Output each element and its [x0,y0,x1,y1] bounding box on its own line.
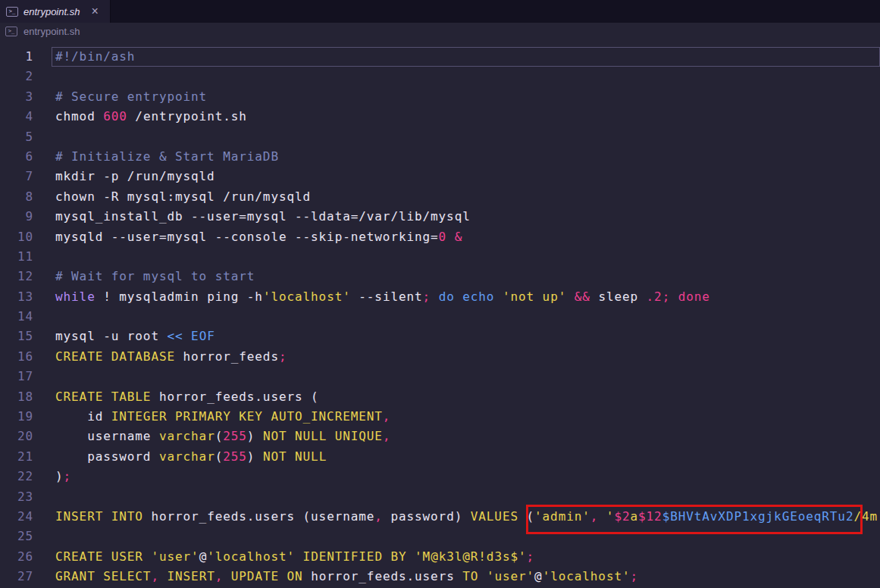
tab-entrypoint-sh[interactable]: >_ entrypoint.sh × [0,0,111,23]
code-line[interactable]: 4chmod 600 /entrypoint.sh [0,107,880,127]
line-number[interactable]: 18 [0,387,33,407]
code-line[interactable]: 18CREATE TABLE horror_feeds.users ( [0,387,880,407]
line-number[interactable]: 1 [0,47,33,67]
shell-file-icon: >_ [6,7,18,17]
code-line[interactable]: 24INSERT INTO horror_feeds.users (userna… [0,507,880,527]
code-text: GRANT SELECT, INSERT, UPDATE ON horror_f… [55,567,638,586]
code-line[interactable]: 13while ! mysqladmin ping -h'localhost' … [0,287,880,307]
code-line[interactable]: 2 [0,67,880,86]
code-line[interactable]: 22); [0,467,880,486]
code-text: mkdir -p /run/mysqld [55,167,215,186]
breadcrumb[interactable]: >_ entrypoint.sh [0,23,880,39]
code-line[interactable]: 21 password varchar(255) NOT NULL [0,447,880,467]
code-text: chown -R mysql:mysql /run/mysqld [55,187,311,207]
code-line[interactable]: 19 id INTEGER PRIMARY KEY AUTO_INCREMENT… [0,407,880,427]
code-text: INSERT INTO horror_feeds.users (username… [55,507,878,527]
line-number[interactable]: 3 [0,87,33,107]
code-line[interactable]: 12# Wait for mysql to start [0,267,880,286]
code-line[interactable]: 3# Secure entrypoint [0,87,880,107]
code-text: password varchar(255) NOT NULL [55,447,327,467]
line-number[interactable]: 25 [0,527,33,546]
code-line[interactable]: 10mysqld --user=mysql --console --skip-n… [0,227,880,247]
code-text: while ! mysqladmin ping -h'localhost' --… [55,287,710,307]
code-text: #!/bin/ash [55,47,135,67]
code-line[interactable]: 14 [0,307,880,327]
code-text: CREATE DATABASE horror_feeds; [55,347,287,367]
code-text: mysqld --user=mysql --console --skip-net… [55,227,462,247]
shell-file-icon: >_ [5,27,17,36]
line-number[interactable]: 17 [0,367,33,386]
line-number[interactable]: 8 [0,187,33,207]
code-line[interactable]: 11 [0,247,880,267]
line-number[interactable]: 27 [0,567,33,586]
tab-label: entrypoint.sh [23,6,80,17]
line-number[interactable]: 13 [0,287,33,307]
line-number[interactable]: 16 [0,347,33,367]
code-text: mysql_install_db --user=mysql --ldata=/v… [55,207,471,227]
tab-close-icon[interactable]: × [91,5,98,17]
code-line[interactable]: 8chown -R mysql:mysql /run/mysqld [0,187,880,207]
code-text: mysql -u root << EOF [55,327,215,346]
code-line[interactable]: 25 [0,527,880,546]
code-line[interactable]: 17 [0,367,880,386]
code-text: CREATE TABLE horror_feeds.users ( [55,387,319,407]
code-line[interactable]: 1#!/bin/ash [0,47,880,67]
code-line[interactable]: 27GRANT SELECT, INSERT, UPDATE ON horror… [0,567,880,586]
line-number[interactable]: 22 [0,467,33,486]
code-line[interactable]: 15mysql -u root << EOF [0,327,880,346]
code-line[interactable]: 20 username varchar(255) NOT NULL UNIQUE… [0,427,880,446]
code-line[interactable]: 23 [0,487,880,507]
line-number[interactable]: 10 [0,227,33,247]
code-text: id INTEGER PRIMARY KEY AUTO_INCREMENT, [55,407,390,427]
line-number[interactable]: 20 [0,427,33,446]
code-text: CREATE USER 'user'@'localhost' IDENTIFIE… [55,547,534,567]
code-line[interactable]: 5 [0,127,880,147]
breadcrumb-item-filename[interactable]: entrypoint.sh [23,26,80,37]
line-number[interactable]: 7 [0,167,33,186]
line-number[interactable]: 5 [0,127,33,147]
code-line[interactable]: 9mysql_install_db --user=mysql --ldata=/… [0,207,880,227]
line-number[interactable]: 23 [0,487,33,507]
line-number[interactable]: 11 [0,247,33,267]
line-number[interactable]: 21 [0,447,33,467]
code-text: # Secure entrypoint [55,87,207,107]
code-text: username varchar(255) NOT NULL UNIQUE, [55,427,390,446]
code-line[interactable]: 16CREATE DATABASE horror_feeds; [0,347,880,367]
code-line[interactable]: 7mkdir -p /run/mysqld [0,167,880,186]
line-number[interactable]: 24 [0,507,33,527]
line-number[interactable]: 14 [0,307,33,327]
code-line[interactable]: 6# Initialize & Start MariaDB [0,147,880,167]
line-number[interactable]: 6 [0,147,33,167]
code-text: # Initialize & Start MariaDB [55,147,279,167]
code-line[interactable]: 26CREATE USER 'user'@'localhost' IDENTIF… [0,547,880,567]
code-text: ); [55,467,71,486]
code-text: chmod 600 /entrypoint.sh [55,107,247,127]
code-text: # Wait for mysql to start [55,267,255,286]
line-number[interactable]: 26 [0,547,33,567]
line-number[interactable]: 9 [0,207,33,227]
code-editor[interactable]: 1#!/bin/ash23# Secure entrypoint4chmod 6… [0,39,880,588]
line-number[interactable]: 15 [0,327,33,346]
line-number[interactable]: 19 [0,407,33,427]
line-number[interactable]: 4 [0,107,33,127]
tab-bar: >_ entrypoint.sh × [0,0,880,23]
line-number[interactable]: 12 [0,267,33,286]
line-number[interactable]: 2 [0,67,33,86]
